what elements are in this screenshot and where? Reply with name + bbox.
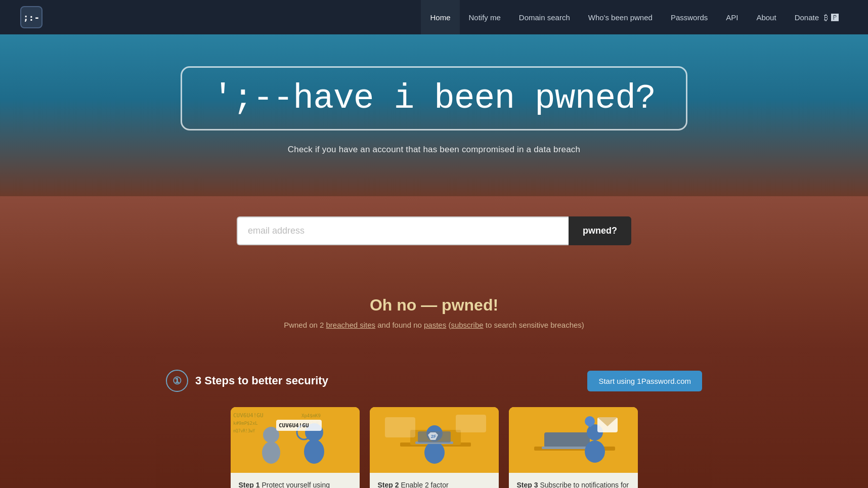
navigation: ;:- Home Notify me Domain search Who's b…	[0, 0, 868, 34]
step2-label: Step 2	[378, 481, 399, 488]
steps-title: 3 Steps to better security	[195, 374, 328, 387]
svg-text:k#9mP$2xL: k#9mP$2xL	[233, 421, 258, 426]
step-card-1: CUV6U4!GU k#9mP$2xL nQ7vR!3wY Xp4$mK9 7#…	[231, 407, 360, 488]
svg-text:nQ7vR!3wY: nQ7vR!3wY	[233, 429, 255, 433]
nav-item-whos-pwned[interactable]: Who's been pwned	[579, 0, 662, 34]
steps-section: ① 3 Steps to better security Start using…	[156, 354, 712, 488]
pwned-button[interactable]: pwned?	[569, 216, 631, 245]
pastes-link[interactable]: pastes	[424, 321, 446, 329]
subscribe-step-link[interactable]: Subscribe	[540, 481, 571, 488]
svg-rect-27	[542, 447, 592, 449]
nav-item-about[interactable]: About	[747, 0, 785, 34]
nav-item-passwords[interactable]: Passwords	[662, 0, 717, 34]
step-card-2: 2F Step 2 Enable 2 factor authentication…	[370, 407, 499, 488]
nav-item-donate[interactable]: Donate ₿ 🅿	[786, 0, 848, 34]
nav-items: Home Notify me Domain search Who's been …	[421, 0, 848, 34]
hero-section: ';--have i been pwned? Check if you have…	[0, 34, 868, 196]
hero-title: ';--have i been pwned?	[212, 79, 656, 118]
subscribe-link[interactable]: subscribe	[451, 321, 483, 329]
steps-header: ① 3 Steps to better security Start using…	[166, 370, 702, 392]
steps-cards: CUV6U4!GU k#9mP$2xL nQ7vR!3wY Xp4$mK9 7#…	[166, 407, 702, 488]
svg-text:CUV6U4!GU: CUV6U4!GU	[233, 412, 264, 419]
svg-point-7	[262, 441, 280, 464]
paypal-icon: 🅿	[831, 13, 839, 22]
bitcoin-icon: ₿	[824, 13, 828, 22]
step2-illustration: 2F	[370, 407, 499, 473]
step3-illustration	[509, 407, 638, 473]
nav-item-domain-search[interactable]: Domain search	[510, 0, 579, 34]
site-logo[interactable]: ;:-	[20, 6, 42, 28]
nav-item-notify[interactable]: Notify me	[460, 0, 510, 34]
step2-card-body: Step 2 Enable 2 factor authentication an…	[370, 473, 499, 488]
svg-text:Xp4$mK9: Xp4$mK9	[301, 413, 321, 418]
svg-point-29	[585, 440, 605, 463]
donate-label: Donate	[795, 13, 819, 22]
steps-header-left: ① 3 Steps to better security	[166, 370, 328, 392]
nav-item-api[interactable]: API	[717, 0, 747, 34]
svg-rect-26	[544, 432, 590, 448]
search-section: pwned?	[0, 196, 868, 276]
pwned-prefix: Pwned on 2	[284, 321, 326, 329]
step3-text: Step 3 Subscribe to notifications for an…	[517, 480, 630, 488]
svg-rect-17	[385, 417, 415, 437]
svg-rect-33	[587, 417, 592, 420]
hero-subtitle: Check if you have an account that has be…	[288, 145, 580, 155]
step3-card-body: Step 3 Subscribe to notifications for an…	[509, 473, 638, 488]
search-bar: pwned?	[237, 216, 631, 245]
step1-illustration: CUV6U4!GU k#9mP$2xL nQ7vR!3wY Xp4$mK9 7#…	[231, 407, 360, 473]
svg-point-20	[424, 441, 445, 464]
pwned-middle: and found no	[375, 321, 424, 329]
pwned-subtitle: Pwned on 2 breached sites and found no p…	[10, 321, 858, 329]
logo-icon: ;:-	[23, 12, 40, 23]
svg-rect-34	[588, 425, 591, 427]
pwned-suffix: to search sensitive breaches)	[484, 321, 584, 329]
svg-text:CUV6U4!GU: CUV6U4!GU	[279, 422, 309, 429]
svg-point-9	[304, 439, 324, 464]
pwned-result-section: Oh no — pwned! Pwned on 2 breached sites…	[0, 276, 868, 349]
nav-item-home[interactable]: Home	[421, 0, 459, 34]
start-1password-button[interactable]: Start using 1Password.com	[587, 371, 702, 391]
step2-text: Step 2 Enable 2 factor authentication an…	[378, 480, 491, 488]
breached-sites-link[interactable]: breached sites	[326, 321, 376, 329]
onepassword-icon: ①	[166, 370, 188, 392]
onepassword-symbol: ①	[172, 375, 182, 387]
step1-card-body: Step 1 Protect yourself using 1Password …	[231, 473, 360, 488]
pwned-title: Oh no — pwned!	[10, 296, 858, 315]
step1-label: Step 1	[239, 481, 260, 488]
step1-text: Step 1 Protect yourself using 1Password …	[239, 480, 352, 488]
email-input[interactable]	[237, 216, 569, 245]
hero-title-box: ';--have i been pwned?	[181, 66, 687, 130]
svg-rect-18	[456, 415, 486, 432]
step-card-3: Step 3 Subscribe to notifications for an…	[509, 407, 638, 488]
step3-label: Step 3	[517, 481, 538, 488]
svg-text:2F: 2F	[431, 434, 437, 439]
